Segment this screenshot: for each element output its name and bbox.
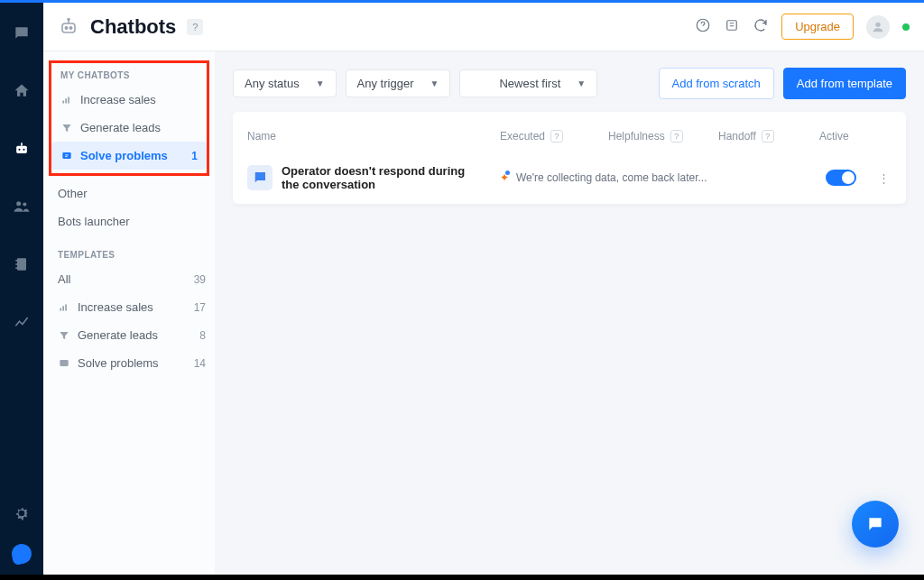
sort-icon [471, 78, 483, 89]
news-icon [724, 17, 740, 33]
app-header: Chatbots ? Upgrade [43, 3, 924, 51]
sidebar-item-count: 39 [194, 273, 206, 286]
funnel-icon [60, 122, 73, 134]
bot-name: Operator doesn't respond during the conv… [282, 164, 480, 191]
people-icon [13, 198, 31, 216]
collecting-message: ✦ We're collecting data, come back later… [500, 171, 808, 184]
filter-status[interactable]: Any status ▼ [233, 69, 337, 97]
rail-visitors[interactable] [0, 189, 43, 225]
sparkle-icon: ✦ [500, 171, 509, 184]
toolbar: Any status ▼ Any trigger ▼ Newest first … [233, 68, 906, 99]
svg-rect-10 [62, 23, 75, 32]
svg-rect-17 [62, 152, 70, 158]
news-button[interactable] [724, 17, 740, 37]
growth-icon [60, 94, 73, 106]
svg-point-16 [875, 22, 880, 26]
sidebar-item-bots-launcher[interactable]: Bots launcher [43, 207, 215, 235]
row-menu-button[interactable]: ⋮ [876, 171, 892, 185]
help-icon[interactable]: ? [550, 130, 563, 143]
sidebar-item-label: Bots launcher [58, 215, 130, 228]
sidebar-item-generate-leads[interactable]: Generate leads [51, 114, 207, 142]
refresh-button[interactable] [753, 17, 769, 37]
contacts-icon [13, 255, 31, 273]
page-help-badge[interactable]: ? [187, 19, 203, 35]
sidebar-item-increase-sales[interactable]: Increase sales [51, 86, 207, 114]
sidebar-item-label: Other [58, 187, 88, 200]
chat-bubble-icon [13, 24, 31, 42]
content-area: Any status ▼ Any trigger ▼ Newest first … [215, 51, 924, 575]
sidebar-item-other[interactable]: Other [43, 180, 215, 207]
sidebar-item-label: Solve problems [78, 356, 159, 370]
filter-trigger-label: Any trigger [357, 77, 414, 90]
svg-point-2 [23, 149, 24, 151]
svg-point-5 [23, 202, 26, 206]
robot-icon [13, 140, 31, 158]
rail-chatbots[interactable] [0, 131, 43, 167]
home-icon [13, 82, 31, 100]
sidebar-item-count: 17 [194, 301, 206, 314]
help-icon[interactable]: ? [762, 130, 774, 143]
col-handoff: Handoff? [718, 130, 808, 143]
chevron-down-icon: ▼ [316, 78, 325, 88]
template-item-all[interactable]: All 39 [43, 265, 215, 293]
filter-status-label: Any status [245, 77, 300, 90]
chevron-down-icon: ▼ [577, 78, 586, 88]
svg-rect-15 [727, 20, 737, 30]
templates-heading: TEMPLATES [43, 244, 215, 265]
rail-inbox[interactable] [0, 15, 43, 51]
col-name: Name [247, 130, 500, 143]
tidio-logo-icon[interactable] [10, 542, 33, 566]
sidebar-item-label: Solve problems [80, 149, 168, 162]
chat-icon [866, 515, 884, 533]
user-avatar[interactable] [866, 15, 890, 39]
refresh-icon [753, 17, 769, 33]
rail-home[interactable] [0, 73, 43, 109]
svg-rect-3 [21, 143, 23, 145]
template-item-generate-leads[interactable]: Generate leads 8 [43, 321, 215, 349]
col-executed: Executed? [500, 130, 608, 143]
template-item-solve-problems[interactable]: Solve problems 14 [43, 349, 215, 377]
growth-icon [58, 301, 70, 314]
active-toggle[interactable] [826, 170, 856, 186]
bot-avatar-icon [247, 165, 273, 190]
nav-rail [0, 3, 43, 575]
rail-analytics[interactable] [0, 304, 43, 340]
rail-settings[interactable] [0, 495, 43, 531]
svg-rect-6 [17, 258, 26, 270]
template-item-increase-sales[interactable]: Increase sales 17 [43, 293, 215, 321]
sidebar-item-count: 8 [199, 329, 206, 342]
svg-rect-7 [15, 260, 17, 262]
chatbots-sidebar: MY CHATBOTS Increase sales Generate lead… [43, 51, 215, 575]
gear-icon [13, 504, 31, 522]
upgrade-button[interactable]: Upgrade [781, 14, 854, 40]
sidebar-item-solve-problems[interactable]: Solve problems 1 [51, 142, 207, 170]
col-helpfulness: Helpfulness? [608, 130, 718, 143]
help-icon[interactable]: ? [670, 130, 683, 143]
filter-trigger[interactable]: Any trigger ▼ [346, 69, 451, 97]
my-chatbots-heading: MY CHATBOTS [51, 65, 207, 86]
my-chatbots-highlight: MY CHATBOTS Increase sales Generate lead… [49, 60, 209, 176]
sort-label: Newest first [499, 77, 560, 90]
sidebar-item-label: Increase sales [78, 300, 153, 314]
svg-point-12 [69, 26, 71, 28]
sort-dropdown[interactable]: Newest first ▼ [459, 69, 597, 97]
add-from-template-button[interactable]: Add from template [783, 68, 906, 99]
rail-contacts[interactable] [0, 246, 43, 282]
svg-rect-8 [15, 263, 17, 265]
help-circle-icon [695, 17, 711, 33]
svg-point-1 [18, 149, 20, 151]
chatbots-table: Name Executed? Helpfulness? Handoff? Act… [233, 112, 906, 204]
svg-point-4 [16, 201, 21, 206]
sidebar-item-label: Generate leads [80, 121, 161, 134]
add-from-scratch-button[interactable]: Add from scratch [659, 68, 774, 99]
support-icon [60, 150, 73, 162]
table-row[interactable]: Operator doesn't respond during the conv… [247, 155, 892, 200]
svg-point-11 [65, 26, 67, 28]
svg-point-13 [68, 18, 69, 20]
sidebar-item-label: Increase sales [80, 93, 156, 106]
col-active: Active [819, 130, 873, 143]
chat-launcher-fab[interactable] [852, 501, 899, 548]
online-status-icon [902, 23, 910, 31]
help-button[interactable] [695, 17, 711, 37]
robot-icon [58, 16, 79, 38]
